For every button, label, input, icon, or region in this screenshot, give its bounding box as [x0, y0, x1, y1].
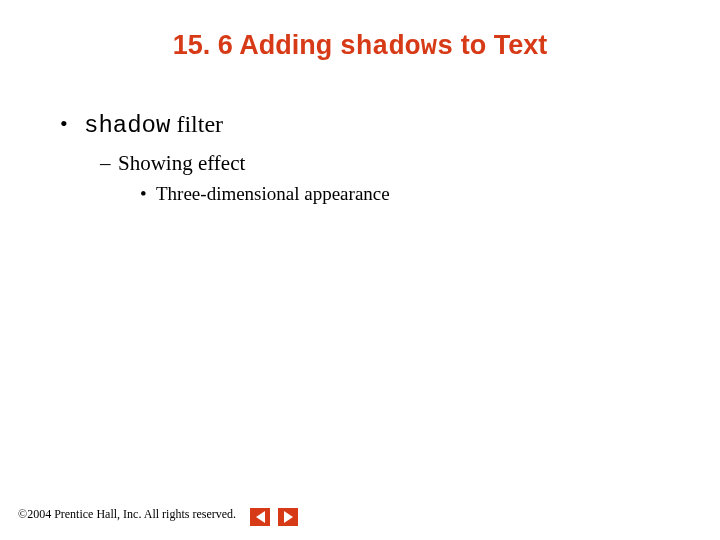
bullet-content: shadow filter	[84, 111, 223, 137]
slide-title: 15. 6 Adding shadows to Text	[0, 30, 720, 62]
triangle-left-icon	[256, 511, 265, 523]
triangle-right-icon	[284, 511, 293, 523]
bullet-marker: •	[60, 110, 80, 138]
bullet-level-1: • shadow filter	[60, 110, 680, 140]
nav-buttons	[250, 508, 298, 526]
lvl3-text: Three-dimensional appearance	[156, 183, 390, 204]
lvl2-text: Showing effect	[118, 151, 245, 175]
dash-marker: –	[100, 150, 118, 176]
title-code: shadows	[340, 32, 453, 62]
dot-marker: •	[140, 182, 156, 206]
copyright-text: 2004 Prentice Hall, Inc. All rights rese…	[27, 507, 236, 522]
next-button[interactable]	[278, 508, 298, 526]
copyright-footer: © 2004 Prentice Hall, Inc. All rights re…	[18, 507, 236, 522]
title-prefix: 15. 6 Adding	[173, 30, 340, 60]
bullet-rest: filter	[170, 111, 223, 137]
title-suffix: to Text	[453, 30, 547, 60]
bullet-level-2: –Showing effect	[100, 150, 680, 176]
bullet-level-3: •Three-dimensional appearance	[140, 182, 680, 206]
slide-body: • shadow filter –Showing effect •Three-d…	[60, 110, 680, 208]
copyright-symbol: ©	[18, 507, 27, 522]
slide: 15. 6 Adding shadows to Text • shadow fi…	[0, 0, 720, 540]
bullet-code: shadow	[84, 112, 170, 139]
prev-button[interactable]	[250, 508, 270, 526]
